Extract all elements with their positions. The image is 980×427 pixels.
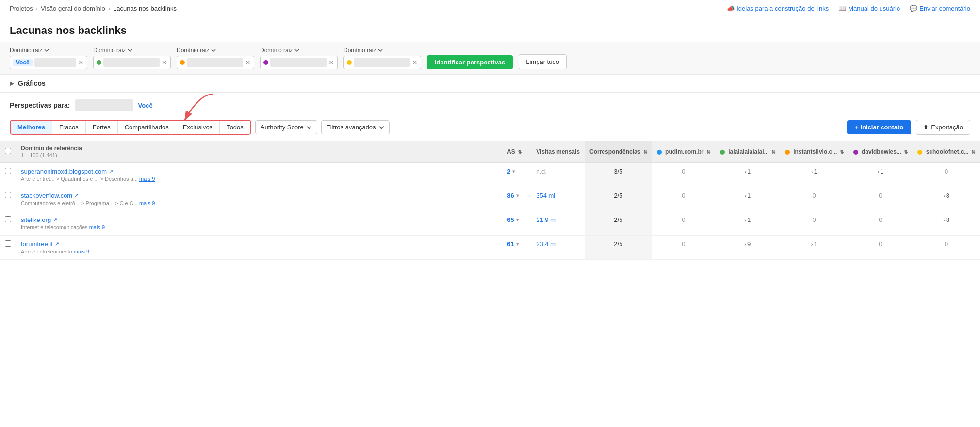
- tab-fracos[interactable]: Fracos: [52, 121, 86, 134]
- domain-input-wrap-2: ✕: [93, 56, 171, 69]
- as-value-1: 86 ▾: [507, 192, 526, 199]
- iniciar-contato-button[interactable]: + Iniciar contato: [847, 120, 911, 134]
- lalalala-val-2: › 1: [720, 216, 775, 223]
- sort-icon-corr: ⇅: [643, 149, 647, 155]
- exportacao-button[interactable]: ⬆ Exportação: [916, 120, 970, 135]
- identify-button[interactable]: Identificar perspectivas: [427, 55, 513, 69]
- lalalala-val-0: › 1: [720, 168, 775, 175]
- domain-text-1[interactable]: [34, 58, 76, 67]
- domain-group-2: Domínio raiz ✕: [93, 47, 171, 69]
- domain-link-3[interactable]: forumfree.it ↗: [21, 240, 497, 248]
- filter-row: Melhores Fracos Fortes Compartilhados Ex…: [0, 116, 980, 141]
- export-icon: ⬆: [923, 124, 929, 131]
- graficos-label: Gráficos: [18, 79, 46, 87]
- sort-icon-davidbowies: ⇅: [904, 149, 908, 155]
- perspectivas-label: Perspectivas para:: [10, 101, 70, 109]
- tab-compartilhados[interactable]: Compartilhados: [118, 121, 176, 134]
- tab-todos[interactable]: Todos: [220, 121, 250, 134]
- domain-link-2[interactable]: sitelike.org ↗: [21, 216, 497, 223]
- ideias-link[interactable]: 📣 Ideias para a construção de links: [727, 5, 829, 12]
- domain-clear-1[interactable]: ✕: [78, 59, 84, 66]
- th-visits[interactable]: Visitas mensais: [531, 141, 585, 163]
- domain-text-4[interactable]: [270, 58, 327, 67]
- th-schoolofnet[interactable]: schoolofnet.c... ⇅: [913, 141, 980, 163]
- th-as[interactable]: AS ⇅: [502, 141, 531, 163]
- chevron-down-icon-as: [306, 125, 312, 130]
- davidbowies-val-1: 0: [879, 192, 882, 199]
- row-checkbox-0[interactable]: [5, 168, 11, 174]
- select-all-checkbox[interactable]: [5, 148, 11, 154]
- domain-clear-3[interactable]: ✕: [245, 59, 251, 66]
- th-lalalala[interactable]: lalalalalalalal... ⇅: [715, 141, 780, 163]
- th-davidbowies[interactable]: davidbowies... ⇅: [849, 141, 913, 163]
- mais-link-3[interactable]: mais 9: [74, 249, 89, 254]
- th-pudim[interactable]: pudim.com.br ⇅: [652, 141, 715, 163]
- row-checkbox-3[interactable]: [5, 240, 11, 247]
- corr-value-2: 2/5: [614, 216, 622, 223]
- clear-all-button[interactable]: Limpar tudo: [519, 54, 567, 69]
- mais-link-0[interactable]: mais 9: [139, 176, 155, 182]
- filter-right: + Iniciar contato ⬆ Exportação: [847, 120, 970, 135]
- row-checkbox-1[interactable]: [5, 192, 11, 198]
- domain-cat-0: Arte e entret... > Quadrinhos e ... > De…: [21, 176, 497, 182]
- domain-label-1[interactable]: Domínio raiz: [10, 47, 87, 54]
- perspectivas-row: Perspectivas para: Você: [0, 93, 980, 116]
- davidbowies-val-3: 0: [879, 240, 882, 248]
- row-checkbox-2[interactable]: [5, 216, 11, 222]
- domain-input-wrap-1: Você ✕: [10, 56, 87, 69]
- th-correspondencias[interactable]: Correspondências ⇅: [585, 141, 652, 163]
- as-arrow-3: ▾: [516, 241, 519, 247]
- domain-text-2[interactable]: [103, 58, 160, 67]
- domain-cat-3: Arte e entretenimento mais 9: [21, 249, 497, 254]
- tab-melhores[interactable]: Melhores: [11, 121, 52, 134]
- tab-exclusivos[interactable]: Exclusivos: [176, 121, 220, 134]
- manual-link[interactable]: 📖 Manual do usuário: [838, 5, 900, 12]
- pudim-val-1: 0: [682, 192, 685, 199]
- domain-text-5[interactable]: [354, 58, 410, 67]
- instantsilvio-val-2: 0: [813, 216, 816, 223]
- graficos-bar[interactable]: ▶ Gráficos: [0, 75, 980, 93]
- as-value-3: 61 ▾: [507, 240, 526, 248]
- dot-schoolofnet: [917, 150, 922, 155]
- th-instantsilvio[interactable]: instantsilvio.c... ⇅: [780, 141, 849, 163]
- breadcrumb: Projetos › Visão geral do domínio › Lacu…: [10, 5, 177, 12]
- top-nav: Projetos › Visão geral do domínio › Lacu…: [0, 0, 980, 17]
- dot-green: [97, 60, 101, 65]
- table-row: stackoverflow.com ↗ Computadores e eletr…: [0, 187, 980, 211]
- sort-icon-instantsilvio: ⇅: [840, 149, 844, 155]
- domain-group-3: Domínio raiz ✕: [177, 47, 254, 69]
- as-value-0: 2 ▾: [507, 168, 526, 175]
- domain-label-2[interactable]: Domínio raiz: [93, 47, 171, 54]
- pudim-val-2: 0: [682, 216, 685, 223]
- lalalala-val-1: › 1: [720, 192, 775, 199]
- domain-label-4[interactable]: Domínio raiz: [260, 47, 338, 54]
- megaphone-icon: 📣: [727, 5, 735, 12]
- domain-input-wrap-5: ✕: [343, 56, 421, 69]
- domain-clear-4[interactable]: ✕: [328, 59, 334, 66]
- domain-link-1[interactable]: stackoverflow.com ↗: [21, 192, 497, 199]
- chevron-down-icon-2: [128, 48, 132, 53]
- corr-value-0: 3/5: [614, 168, 622, 175]
- chevron-down-icon-4: [294, 48, 299, 53]
- tab-fortes[interactable]: Fortes: [86, 121, 118, 134]
- domain-text-3[interactable]: [187, 58, 243, 67]
- breadcrumb-visao-geral[interactable]: Visão geral do domínio: [41, 5, 105, 12]
- filtros-avancados-dropdown[interactable]: Filtros avançados: [321, 120, 390, 134]
- sort-icon-lalalala: ⇅: [771, 149, 775, 155]
- davidbowies-val-2: 0: [879, 216, 882, 223]
- domain-input-wrap-4: ✕: [260, 56, 338, 69]
- domain-cat-2: Internet e telecomunicações mais 9: [21, 224, 497, 230]
- mais-link-1[interactable]: mais 9: [139, 200, 155, 206]
- davidbowies-val-0: › 1: [853, 168, 908, 175]
- table-row: superanonimoxd.blogspot.com ↗ Arte e ent…: [0, 163, 980, 187]
- domain-clear-5[interactable]: ✕: [412, 59, 418, 66]
- comentario-link[interactable]: 💬 Enviar comentário: [910, 5, 970, 12]
- domain-clear-2[interactable]: ✕: [162, 59, 167, 66]
- instantsilvio-val-0: › 1: [785, 168, 844, 175]
- authority-score-dropdown[interactable]: Authority Score: [255, 120, 317, 134]
- domain-label-3[interactable]: Domínio raiz: [177, 47, 254, 54]
- domain-link-0[interactable]: superanonimoxd.blogspot.com ↗: [21, 168, 497, 175]
- mais-link-2[interactable]: mais 9: [89, 224, 105, 230]
- breadcrumb-projetos[interactable]: Projetos: [10, 5, 33, 12]
- domain-label-5[interactable]: Domínio raiz: [343, 47, 421, 54]
